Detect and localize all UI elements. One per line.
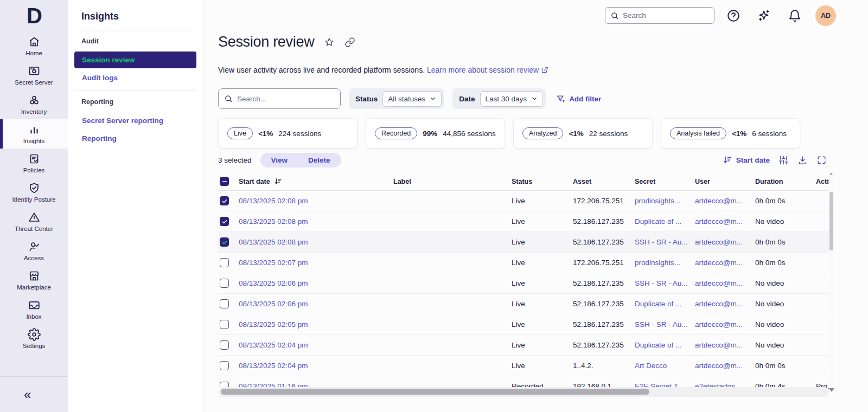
- sidebar-item-insights[interactable]: Insights: [0, 119, 68, 149]
- user-link[interactable]: artdecco@m...: [695, 217, 755, 226]
- session-start-link[interactable]: 08/13/2025 02:05 pm: [239, 320, 393, 329]
- scroll-up-arrow[interactable]: [829, 172, 833, 175]
- session-start-link[interactable]: 08/13/2025 02:06 pm: [239, 300, 393, 308]
- global-search[interactable]: [605, 7, 714, 24]
- sort-icon[interactable]: [274, 177, 283, 186]
- brand-logo[interactable]: D: [0, 0, 68, 31]
- user-link[interactable]: artdecco@m...: [695, 259, 755, 267]
- table-search-input[interactable]: [237, 95, 335, 103]
- status-filter-select[interactable]: All statuses: [382, 91, 442, 107]
- subnav-item-session-review[interactable]: Session review: [74, 52, 196, 68]
- secret-link[interactable]: Duplicate of ...: [635, 217, 695, 226]
- row-checkbox[interactable]: [220, 258, 229, 267]
- user-avatar[interactable]: AD: [815, 5, 836, 26]
- sidebar-item-inventory[interactable]: Inventory: [0, 90, 68, 119]
- session-start-link[interactable]: 08/13/2025 02:07 pm: [239, 259, 393, 267]
- date-filter-select[interactable]: Last 30 days: [480, 91, 544, 107]
- table-row[interactable]: 08/13/2025 02:06 pm Live 52.186.127.235 …: [218, 294, 829, 314]
- table-row[interactable]: 08/13/2025 02:04 pm Live 52.186.127.235 …: [218, 335, 829, 356]
- table-row[interactable]: 08/13/2025 02:04 pm Live 1..4.2. Art Dec…: [218, 356, 829, 376]
- vertical-scrollbar-thumb[interactable]: [829, 192, 833, 250]
- horizontal-scrollbar[interactable]: [218, 387, 829, 396]
- view-button[interactable]: View: [271, 156, 288, 164]
- cell-asset: 52.186.127.235: [573, 320, 635, 329]
- table-row[interactable]: 08/13/2025 02:08 pm Live 52.186.127.235 …: [218, 211, 829, 232]
- download-icon[interactable]: [797, 155, 808, 165]
- vertical-scrollbar[interactable]: [829, 171, 834, 387]
- sidebar-item-home[interactable]: Home: [0, 31, 68, 61]
- global-search-input[interactable]: [623, 11, 709, 20]
- secret-link[interactable]: Art Decco: [635, 362, 695, 370]
- table-row[interactable]: 08/13/2025 02:06 pm Live 52.186.127.235 …: [218, 273, 829, 294]
- cell-duration: 0h 0m 0s: [755, 197, 816, 205]
- column-header-start-date[interactable]: Start date: [239, 177, 393, 186]
- favorite-star-icon[interactable]: [324, 37, 335, 48]
- help-icon[interactable]: [726, 9, 741, 23]
- insights-subnav: Insights Audit Session reviewAudit logs …: [68, 0, 203, 412]
- home-icon: [28, 35, 41, 48]
- user-link[interactable]: artdecco@m...: [695, 341, 755, 349]
- secret-link[interactable]: prodinsights...: [635, 259, 695, 267]
- notifications-bell-icon[interactable]: [788, 9, 802, 23]
- table-row[interactable]: 08/13/2025 02:08 pm Live 52.186.127.235 …: [218, 232, 829, 253]
- row-checkbox[interactable]: [220, 196, 229, 205]
- learn-more-link[interactable]: Learn more about session review: [427, 66, 548, 74]
- row-checkbox[interactable]: [220, 299, 229, 308]
- table-row[interactable]: 08/13/2025 02:07 pm Live 172.206.75.251 …: [218, 253, 829, 273]
- session-start-link[interactable]: 08/13/2025 02:06 pm: [239, 279, 393, 287]
- secret-link[interactable]: prodinsights...: [635, 197, 695, 205]
- stat-card-recorded: Recorded 99% 44,856 sessions: [366, 118, 505, 149]
- row-checkbox[interactable]: [220, 279, 229, 288]
- subnav-item-audit-logs[interactable]: Audit logs: [74, 69, 196, 86]
- sidebar-item-secret-server[interactable]: Secret Server: [0, 61, 68, 90]
- session-start-link[interactable]: 08/13/2025 02:08 pm: [239, 238, 393, 246]
- sidebar-item-settings[interactable]: Settings: [0, 324, 68, 353]
- session-start-link[interactable]: 08/13/2025 02:04 pm: [239, 341, 393, 349]
- horizontal-scrollbar-thumb[interactable]: [221, 389, 649, 395]
- column-header-duration: Duration: [755, 178, 816, 185]
- delete-button[interactable]: Delete: [308, 156, 330, 164]
- fullscreen-icon[interactable]: [816, 155, 827, 165]
- sidebar-item-identity-posture[interactable]: Identity Posture: [0, 178, 68, 207]
- sidebar-collapse-button[interactable]: «: [24, 388, 31, 401]
- add-filter-button[interactable]: Add filter: [556, 94, 601, 104]
- user-link[interactable]: artdecco@m...: [695, 197, 755, 205]
- cell-status: Live: [512, 259, 573, 267]
- session-start-link[interactable]: 08/13/2025 02:08 pm: [239, 197, 393, 205]
- table-search[interactable]: [218, 88, 341, 109]
- user-link[interactable]: artdecco@m...: [695, 362, 755, 370]
- secret-link[interactable]: SSH - SR - Au...: [635, 238, 695, 246]
- secret-link[interactable]: SSH - SR - Au...: [635, 320, 695, 329]
- subnav-item-secret-server-reporting[interactable]: Secret Server reporting: [74, 112, 196, 129]
- select-all-checkbox[interactable]: [220, 177, 229, 186]
- copy-link-icon[interactable]: [344, 37, 355, 48]
- secret-link[interactable]: SSH - SR - Au...: [635, 279, 695, 287]
- table-row[interactable]: 08/13/2025 02:05 pm Live 52.186.127.235 …: [218, 314, 829, 335]
- ai-sparkle-icon[interactable]: [757, 9, 771, 23]
- sidebar-item-marketplace[interactable]: Marketplace: [0, 266, 68, 295]
- row-checkbox[interactable]: [220, 340, 229, 350]
- subnav-item-reporting[interactable]: Reporting: [74, 130, 196, 147]
- cell-asset: 52.186.127.235: [573, 238, 635, 246]
- sidebar-item-inbox[interactable]: Inbox: [0, 295, 68, 324]
- row-checkbox[interactable]: [220, 217, 229, 226]
- user-link[interactable]: artdecco@m...: [695, 320, 755, 329]
- sort-by-button[interactable]: Start date: [723, 155, 770, 165]
- session-start-link[interactable]: 08/13/2025 02:04 pm: [239, 362, 393, 370]
- sidebar-item-access[interactable]: Access: [0, 236, 68, 266]
- user-link[interactable]: artdecco@m...: [695, 300, 755, 308]
- sidebar-item-policies[interactable]: Policies: [0, 149, 68, 178]
- user-link[interactable]: artdecco@m...: [695, 238, 755, 246]
- column-settings-icon[interactable]: [778, 155, 789, 165]
- policies-icon: [28, 152, 41, 165]
- sidebar-item-threat-center[interactable]: Threat Center: [0, 207, 68, 236]
- secret-link[interactable]: Duplicate of ...: [635, 300, 695, 308]
- row-checkbox[interactable]: [220, 361, 229, 370]
- session-start-link[interactable]: 08/13/2025 02:08 pm: [239, 217, 393, 226]
- stat-percent: <1%: [569, 130, 583, 138]
- secret-link[interactable]: Duplicate of ...: [635, 341, 695, 349]
- row-checkbox[interactable]: [220, 320, 229, 329]
- row-checkbox[interactable]: [220, 237, 229, 247]
- user-link[interactable]: artdecco@m...: [695, 279, 755, 287]
- table-row[interactable]: 08/13/2025 02:08 pm Live 172.206.75.251 …: [218, 191, 829, 211]
